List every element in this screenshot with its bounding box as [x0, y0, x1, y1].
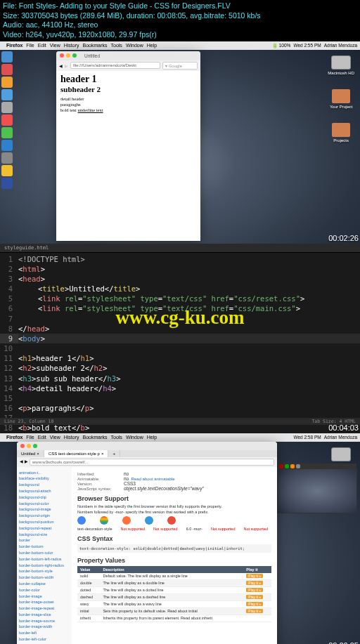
battery-icon[interactable]: 🔋 100%: [272, 43, 290, 48]
folder-desktop-item[interactable]: Projects: [332, 123, 350, 143]
menubar-clock[interactable]: Wed 2:58 PM: [293, 435, 321, 440]
dock-app-icon[interactable]: [1, 165, 13, 176]
menubar-clock[interactable]: Wed 2:55 PM: [293, 43, 321, 48]
play-it-button[interactable]: Play it »: [246, 595, 263, 599]
code-text[interactable]: <body>: [18, 334, 360, 343]
sidebar-link[interactable]: border-left: [19, 630, 70, 636]
sidebar-link[interactable]: border-left-color: [19, 636, 70, 643]
menu-tools[interactable]: Tools: [111, 43, 122, 48]
menu-bookmarks[interactable]: Bookmarks: [83, 43, 108, 48]
sidebar-link[interactable]: border-bottom-color: [19, 550, 70, 556]
sidebar-link[interactable]: border-image-source: [19, 618, 70, 624]
code-line[interactable]: 3<head>: [0, 274, 360, 284]
code-line[interactable]: 16<p>paragraghs</p>: [0, 403, 360, 413]
code-line[interactable]: 15: [0, 393, 360, 403]
browser-tab-active[interactable]: CSS text-decoration-style p ×: [44, 450, 109, 457]
sidebar-link[interactable]: border: [19, 537, 70, 544]
code-line[interactable]: 1<!DOCTYPE html>: [0, 254, 360, 264]
code-text[interactable]: <h3>sub sub header</h3>: [18, 374, 360, 383]
menubar-app-name[interactable]: Firefox: [6, 43, 22, 48]
play-it-button[interactable]: Play it »: [246, 581, 263, 585]
code-text[interactable]: <title>Untitled</title>: [18, 284, 360, 294]
menu-file[interactable]: File: [26, 435, 34, 440]
sidebar-link[interactable]: border-image-outset: [19, 599, 70, 605]
play-it-button[interactable]: Play it »: [246, 574, 263, 578]
code-text[interactable]: <h1>header 1</h1>: [18, 353, 360, 363]
play-it-button[interactable]: Play it »: [246, 602, 263, 606]
code-text[interactable]: <head>: [18, 274, 360, 284]
record-button[interactable]: [279, 464, 283, 468]
menu-history[interactable]: History: [64, 43, 79, 48]
sidebar-link[interactable]: border-collapse: [19, 581, 70, 587]
browser-tab[interactable]: Untitled: [84, 53, 100, 58]
macos-dock[interactable]: [1, 51, 14, 189]
menu-view[interactable]: View: [50, 435, 60, 440]
sidebar-link[interactable]: background: [19, 482, 70, 488]
dock-app-icon[interactable]: [1, 127, 13, 138]
menu-help[interactable]: Help: [147, 43, 157, 48]
code-line[interactable]: 13<h3>sub sub header</h3>: [0, 374, 360, 383]
sidebar-link[interactable]: background-size: [19, 532, 70, 538]
menu-edit[interactable]: Edit: [38, 43, 46, 48]
forward-button[interactable]: ▶: [65, 63, 68, 68]
menu-bookmarks[interactable]: Bookmarks: [83, 435, 108, 440]
sidebar-link[interactable]: border-bottom-style: [19, 568, 70, 574]
dock-app-icon[interactable]: [1, 77, 13, 88]
sidebar-link[interactable]: background-attach: [19, 488, 70, 494]
sidebar-link[interactable]: background-position: [19, 519, 70, 525]
sidebar-link[interactable]: background-image: [19, 506, 70, 513]
menu-help[interactable]: Help: [147, 435, 157, 440]
code-text[interactable]: <!DOCTYPE html>: [18, 254, 360, 264]
play-button[interactable]: [285, 464, 289, 468]
code-text[interactable]: <p>paragraghs</p>: [18, 403, 360, 413]
sidebar-link[interactable]: border-image-repeat: [19, 605, 70, 612]
code-text[interactable]: <b>bold text</b>: [18, 423, 360, 433]
menu-window[interactable]: Window: [126, 435, 143, 440]
code-text[interactable]: <html>: [18, 264, 360, 274]
dock-app-icon[interactable]: [1, 64, 13, 75]
menu-edit[interactable]: Edit: [38, 435, 46, 440]
minimize-button[interactable]: [66, 53, 70, 58]
finder-icon[interactable]: [1, 51, 13, 63]
back-button[interactable]: ◀: [20, 459, 23, 466]
menubar-user[interactable]: Adrian Mendoza: [324, 435, 357, 440]
pause-button[interactable]: [290, 464, 295, 468]
back-button[interactable]: ◀: [59, 63, 63, 68]
sidebar-link[interactable]: border-bottom-left-radius: [19, 556, 70, 563]
folder-desktop-item[interactable]: Your Project: [330, 89, 352, 109]
dock-app-icon[interactable]: [1, 152, 13, 164]
sidebar-link[interactable]: background-clip: [19, 494, 70, 501]
menu-history[interactable]: History: [64, 435, 79, 440]
code-line[interactable]: 12<h2>subheader 2</h2>: [0, 363, 360, 373]
editor-tab[interactable]: styleguide.html: [0, 244, 360, 253]
maximize-button[interactable]: [33, 444, 37, 448]
code-text[interactable]: <link rel="stylesheet" type="text/css" h…: [18, 294, 360, 303]
play-it-button[interactable]: Play it »: [246, 609, 263, 613]
sidebar-link[interactable]: border-image-width: [19, 624, 70, 630]
sidebar-link[interactable]: border-image-slice: [19, 612, 70, 618]
new-tab-button[interactable]: +: [108, 450, 120, 457]
menubar-app-name[interactable]: Firefox: [6, 435, 22, 440]
sidebar-link[interactable]: background-color: [19, 501, 70, 507]
dock-app-icon[interactable]: [1, 178, 13, 189]
sidebar-link[interactable]: border-bottom: [19, 544, 70, 550]
code-text[interactable]: <h2>subheader 2</h2>: [18, 363, 360, 373]
hdd-desktop-item[interactable]: Macintosh HD: [328, 55, 354, 75]
floating-video-player[interactable]: [277, 468, 357, 513]
code-line[interactable]: 10: [0, 343, 360, 353]
code-line[interactable]: 4<title>Untitled</title>: [0, 284, 360, 294]
menubar-user[interactable]: Adrian Mendoza: [324, 43, 357, 48]
search-input[interactable]: ▾ Google: [162, 62, 198, 70]
sidebar-link[interactable]: backface-visibility: [19, 475, 70, 482]
sidebar-link[interactable]: border-bottom-right-radius: [19, 563, 70, 569]
close-tab-icon[interactable]: ×: [37, 452, 39, 456]
sidebar-link[interactable]: border-color: [19, 587, 70, 593]
dock-app-icon[interactable]: [1, 114, 13, 126]
menu-tools[interactable]: Tools: [111, 435, 122, 440]
play-it-button[interactable]: Play it »: [246, 588, 263, 592]
menu-window[interactable]: Window: [126, 43, 143, 48]
code-line[interactable]: 11<h1>header 1</h1>: [0, 353, 360, 363]
maximize-button[interactable]: [72, 53, 77, 58]
code-line[interactable]: 5<link rel="stylesheet" type="text/css" …: [0, 294, 360, 303]
stop-button[interactable]: [296, 464, 300, 468]
